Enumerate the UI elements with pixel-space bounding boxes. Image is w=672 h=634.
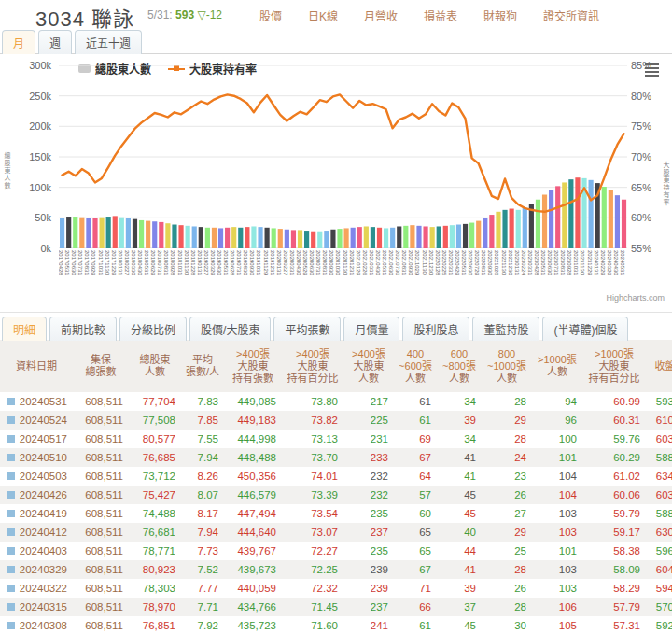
period-tab-0[interactable]: 月 [2,30,35,54]
data-cell: 73.54 [282,504,343,523]
table-row: 20240403608,51178,7717.73439,76772.27235… [0,542,672,560]
row-bullet-icon[interactable] [7,585,15,592]
page-title: 3034 聯詠 [35,2,134,32]
detail-tab-2[interactable]: 分級比例 [119,317,187,341]
data-cell: 8.17 [181,504,224,523]
header-link-4[interactable]: 財報狗 [483,7,517,23]
data-cell: 34 [437,430,482,448]
x-axis-label: 20191031 [256,250,261,275]
x-axis-label: 20190930 [249,250,255,275]
detail-tab-6[interactable]: 股利股息 [402,317,469,341]
detail-tab-8[interactable]: (半導體)個股 [542,317,628,341]
data-cell: 103 [532,504,582,523]
data-cell: 608,511 [73,523,129,542]
data-cell: 440,059 [224,579,282,598]
row-bullet-icon[interactable] [7,528,15,536]
row-bullet-icon[interactable] [7,622,15,629]
data-cell: 608,511 [73,467,129,486]
detail-tab-5[interactable]: 月價量 [343,317,399,341]
row-bullet-icon[interactable] [7,566,15,573]
period-tab-2[interactable]: 近五十週 [75,30,142,54]
x-axis-label: 20180731 [157,250,162,275]
data-cell: 570.00 [646,598,672,616]
date-cell: 20240531 [0,392,73,411]
detail-tab-1[interactable]: 前期比較 [49,317,117,341]
header-link-1[interactable]: 日K線 [308,7,338,23]
x-axis-label: 20211230 [428,250,434,275]
data-cell: 41 [437,467,482,486]
data-cell: 7.71 [181,598,224,616]
x-axis-label: 20230224 [521,250,526,275]
detail-tab-7[interactable]: 董監持股 [472,317,539,341]
right-axis-title: 大股東持有率 [661,162,670,206]
data-cell: 23 [482,467,532,486]
row-bullet-icon[interactable] [7,398,15,405]
x-axis-label: 20180831 [163,250,169,275]
row-bullet-icon[interactable] [7,435,15,443]
data-cell: 239 [343,560,394,579]
row-bullet-icon[interactable] [7,510,15,517]
column-header-6: >400張大股東人數 [343,340,394,392]
detail-tab-3[interactable]: 股價/大股東 [189,317,271,341]
data-cell: 435,723 [224,616,282,634]
row-bullet-icon[interactable] [7,547,15,555]
data-cell: 71 [394,579,437,598]
x-axis-label: 20170929 [91,250,96,275]
column-header-10: >1000張人數 [532,340,582,392]
row-bullet-icon[interactable] [7,454,15,461]
table-body: 20240531608,51177,7047.83449,08573.80217… [0,392,672,634]
data-cell: 65 [394,542,437,560]
row-bullet-icon[interactable] [7,491,15,499]
header-link-5[interactable]: 證交所資訊 [543,7,599,23]
header-link-2[interactable]: 月營收 [364,7,398,23]
detail-tab-0[interactable]: 明細 [2,317,47,341]
table-row: 20240503608,51173,7128.26450,35674.01232… [0,467,672,486]
data-cell: 24 [482,448,532,467]
detail-tabs: 明細前期比較分級比例股價/大股東平均張數月價量股利股息董監持股(半導體)個股 [0,316,672,340]
x-axis-label: 20170531 [64,250,70,275]
column-header-7: 400~600張人數 [394,340,437,392]
detail-tab-4[interactable]: 平均張數 [273,317,341,341]
x-axis-label: 20191129 [263,250,269,275]
table-section: 資料日期集保總張數總股東人數平均張數/人>400張大股東持有張數>400張大股東… [0,340,672,634]
data-cell: 39 [437,579,482,598]
data-cell: 71.60 [282,616,343,634]
data-cell: 447,494 [224,504,282,523]
date-cell: 20240517 [0,430,73,448]
x-axis-label: 20220128 [435,250,441,275]
table-row: 20240517608,51180,5777.55444,99873.13231… [0,430,672,448]
row-bullet-icon[interactable] [7,472,15,480]
data-cell: 101 [532,542,582,560]
date-cell: 20240329 [0,560,73,579]
data-cell: 60 [394,504,437,523]
column-header-2: 總股東人數 [129,340,181,392]
header-link-3[interactable]: 損益表 [424,7,457,23]
data-cell: 7.94 [181,523,224,542]
row-bullet-icon[interactable] [7,603,15,611]
period-tab-1[interactable]: 週 [38,30,72,54]
left-axis-tick: 0k [0,243,51,254]
header-link-0[interactable]: 股價 [259,7,282,23]
x-axis-label: 20180531 [144,250,149,275]
x-axis-label: 20211130 [422,250,427,275]
table-header-row: 資料日期集保總張數總股東人數平均張數/人>400張大股東持有張數>400張大股東… [0,340,672,392]
data-cell: 41 [437,448,482,467]
data-cell: 449,085 [224,392,282,411]
data-cell: 57.79 [582,598,646,616]
data-cell: 73.82 [282,411,343,430]
data-cell: 58.09 [582,560,646,579]
data-cell: 103 [532,523,582,542]
chart-canvas [59,65,627,248]
data-cell: 449,183 [224,411,282,430]
data-cell: 44 [437,542,482,560]
data-cell: 67 [394,560,437,579]
left-axis-tick: 200k [0,120,51,132]
data-cell: 448,488 [224,448,282,467]
data-cell: 603.00 [646,486,672,504]
data-cell: 446,579 [224,486,282,504]
data-cell: 58.38 [582,542,646,560]
row-bullet-icon[interactable] [7,416,15,424]
x-axis-label: 20240430 [613,250,619,275]
data-cell: 592.00 [646,616,672,634]
x-axis-label: 20231130 [580,250,585,275]
